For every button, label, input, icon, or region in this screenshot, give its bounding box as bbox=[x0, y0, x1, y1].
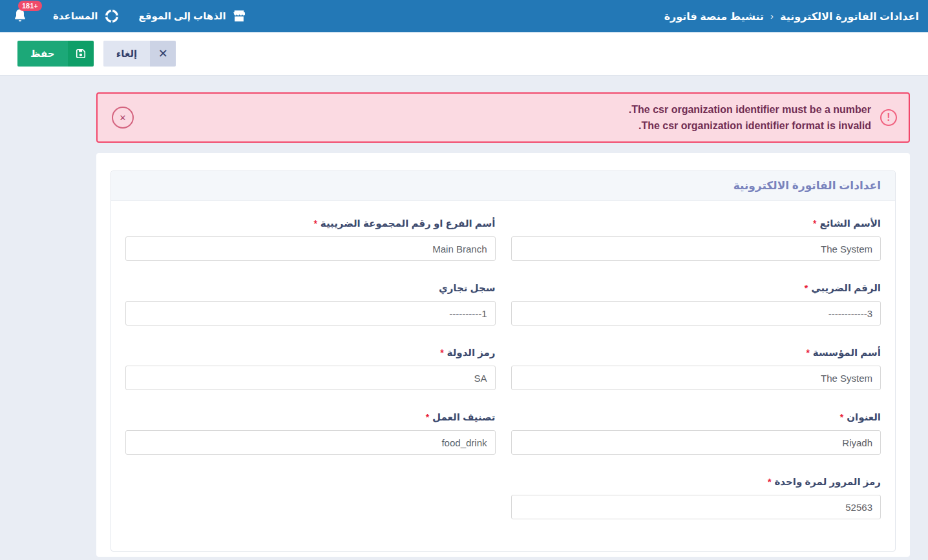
required-asterisk: * bbox=[440, 347, 443, 358]
required-asterisk: * bbox=[805, 283, 808, 293]
chevron-left-icon: ‹ bbox=[770, 10, 774, 21]
main-content: ! The csr organization identifier must b… bbox=[0, 76, 928, 557]
help-label: المساعدة bbox=[53, 10, 98, 22]
field-tax-number: الرقم الضريبي* bbox=[511, 282, 881, 326]
country-code-input[interactable] bbox=[125, 366, 496, 390]
field-label: الرقم الضريبي bbox=[811, 282, 881, 293]
topbar: اعدادات الفاتورة الالكترونية ‹ تنشيط منص… bbox=[0, 0, 928, 32]
field-label: العنوان bbox=[847, 411, 881, 422]
error-message-line: The csr organization identifier must be … bbox=[143, 101, 871, 118]
required-asterisk: * bbox=[426, 412, 429, 422]
field-label: أسم الفرع او رقم المجموعة الضريبية bbox=[321, 218, 496, 229]
field-label: سجل تجاري bbox=[439, 282, 496, 293]
breadcrumb-parent[interactable]: اعدادات الفاتورة الالكترونية bbox=[780, 10, 919, 23]
action-toolbar: حفظ إلغاء ✕ bbox=[0, 32, 928, 76]
notifications-button[interactable]: +181 bbox=[12, 7, 28, 26]
commercial-register-input[interactable] bbox=[125, 301, 496, 326]
business-category-input[interactable] bbox=[125, 430, 496, 455]
help-link[interactable]: المساعدة bbox=[53, 8, 120, 24]
settings-card: اعدادات الفاتورة الالكترونية الأسم الشائ… bbox=[111, 171, 896, 552]
field-country-code: رمز الدولة* bbox=[125, 347, 496, 390]
go-to-site-link[interactable]: الذهاب إلى الموقع bbox=[139, 9, 246, 23]
close-icon: ✕ bbox=[150, 41, 176, 67]
field-common-name: الأسم الشائع* bbox=[511, 218, 881, 261]
topbar-nav: الذهاب إلى الموقع المساعدة bbox=[12, 7, 246, 26]
required-asterisk: * bbox=[313, 218, 317, 229]
card-title: اعدادات الفاتورة الالكترونية bbox=[111, 171, 895, 201]
field-branch-name: أسم الفرع او رقم المجموعة الضريبية* bbox=[125, 218, 496, 261]
field-organization-name: أسم المؤسسة* bbox=[511, 347, 881, 390]
field-label: الأسم الشائع bbox=[819, 218, 881, 229]
notification-count-badge: +181 bbox=[18, 1, 42, 11]
breadcrumb-current[interactable]: تنشيط منصة فاتورة bbox=[664, 10, 764, 23]
field-business-category: تصنيف العمل* bbox=[125, 411, 496, 455]
field-label: أسم المؤسسة bbox=[813, 347, 881, 358]
required-asterisk: * bbox=[840, 412, 843, 422]
required-asterisk: * bbox=[806, 347, 809, 358]
address-input[interactable] bbox=[511, 430, 881, 455]
save-button[interactable]: حفظ bbox=[17, 41, 94, 67]
required-asterisk: * bbox=[768, 477, 771, 487]
field-label: تصنيف العمل bbox=[432, 411, 495, 422]
error-message-line: The csr organization identifier format i… bbox=[143, 118, 871, 134]
otp-input[interactable] bbox=[511, 495, 881, 519]
required-asterisk: * bbox=[813, 218, 816, 229]
error-alert: ! The csr organization identifier must b… bbox=[96, 92, 910, 143]
field-label: رمز المرور لمرة واحدة bbox=[774, 476, 881, 487]
field-commercial-register: سجل تجاري bbox=[125, 282, 496, 326]
exclamation-circle-icon: ! bbox=[880, 109, 897, 126]
field-otp: رمز المرور لمرة واحدة* bbox=[511, 476, 881, 519]
floppy-disk-icon bbox=[68, 41, 94, 67]
field-label: رمز الدولة bbox=[447, 347, 496, 358]
storefront-icon bbox=[232, 9, 246, 23]
alert-close-button[interactable]: ✕ bbox=[112, 107, 134, 129]
settings-form: الأسم الشائع* أسم الفرع او رقم المجموعة … bbox=[111, 201, 895, 536]
error-messages: The csr organization identifier must be … bbox=[143, 101, 871, 134]
x-circle-icon: ✕ bbox=[120, 113, 127, 123]
field-address: العنوان* bbox=[511, 411, 881, 455]
bell-icon bbox=[12, 15, 28, 26]
settings-panel: اعدادات الفاتورة الالكترونية الأسم الشائ… bbox=[96, 153, 910, 557]
lifebuoy-icon bbox=[104, 8, 120, 24]
branch-name-input[interactable] bbox=[125, 236, 496, 261]
tax-number-input[interactable] bbox=[511, 301, 881, 326]
cancel-button[interactable]: إلغاء ✕ bbox=[103, 41, 176, 67]
common-name-input[interactable] bbox=[511, 236, 881, 261]
organization-name-input[interactable] bbox=[511, 366, 881, 390]
cancel-button-label: إلغاء bbox=[103, 41, 151, 67]
save-button-label: حفظ bbox=[17, 41, 68, 67]
breadcrumb: اعدادات الفاتورة الالكترونية ‹ تنشيط منص… bbox=[664, 10, 919, 23]
go-to-site-label: الذهاب إلى الموقع bbox=[139, 10, 226, 22]
